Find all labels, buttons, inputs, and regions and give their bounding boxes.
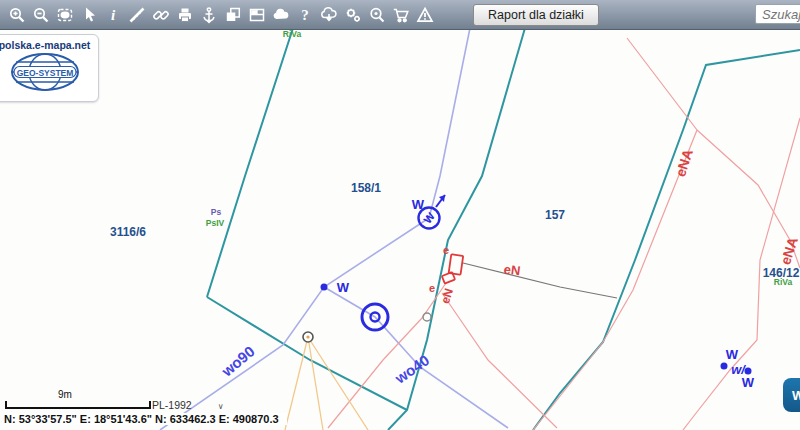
download-cloud-icon[interactable] [320,5,338,24]
zoom-out-icon[interactable] [32,5,50,24]
crs-label: PL-1992 [152,399,192,411]
cloud-icon[interactable] [272,5,290,24]
svg-text:?: ? [301,7,309,23]
print-icon[interactable] [176,5,194,24]
landuse-label-ps: Ps [211,207,221,217]
guy-wires [285,337,368,430]
power-label-en2: eN [503,262,521,279]
search-details-icon[interactable] [368,5,386,24]
water-point-label-w1: W [337,280,349,295]
site-logo[interactable]: polska.e-mapa.net GEO-SYSTEM [0,34,99,102]
power-cabinet-symbols [442,254,463,283]
power-label-e2: e [429,282,435,294]
chevron-down-icon: ∨ [218,402,224,411]
parcel-label-157: 157 [545,208,565,222]
copy-icon[interactable] [224,5,242,24]
search-input[interactable] [755,4,800,24]
power-label-e1: e [443,244,449,256]
geo-system-globe-icon: GEO-SYSTEM [6,51,84,93]
power-label-en1: eN [438,287,456,306]
landuse-label-riva-right: RiVa [774,277,792,287]
help-icon[interactable]: ? [296,5,314,24]
landuse-label-riva-top: RiVa [283,29,301,39]
layout-icon[interactable] [248,5,266,24]
palette-icon[interactable] [440,5,458,24]
water-lines [160,28,508,430]
logo-brand-text: GEO-SYSTEM [16,68,73,78]
water-point-label-w2: W [412,197,424,212]
main-toolbar: i ? Raport dla działki [0,0,800,30]
parcel-label-146-12: 146/12 [763,266,800,280]
logo-domain-text: polska.e-mapa.net [0,39,98,51]
power-lines [328,38,800,430]
select-area-icon[interactable] [56,5,74,24]
coordinates-readout: N: 53°33'57.5" E: 18°51'43.6" N: 633462.… [4,413,287,425]
power-label-ena2: eNA [777,235,800,267]
parcel-boundary-lines [207,28,800,430]
pole-symbol [303,313,431,342]
pointer-icon[interactable] [80,5,98,24]
parcel-label-3116-6: 3116/6 [110,225,146,239]
scalebar [5,401,151,409]
power-label-ena1: eNA [672,147,696,179]
map-canvas[interactable]: W 3116/6 158/1 157 146/12 RiVa Ps PsIV R… [0,0,800,430]
water-pipe-label-wo90: wo90 [218,342,258,379]
info-icon[interactable]: i [104,5,122,24]
water-point-label-w5: W [742,375,754,390]
water-symbols: W [321,195,752,375]
service-line [463,263,617,298]
water-point-label-w3: W [726,347,738,362]
action-button[interactable]: W [783,378,800,412]
settings-gears-icon[interactable] [344,5,362,24]
link-icon[interactable] [152,5,170,24]
water-pipe-label-wo40: wo40 [392,351,432,386]
measure-icon[interactable] [128,5,146,24]
zoom-in-icon[interactable] [8,5,26,24]
anchor-icon[interactable] [200,5,218,24]
map-lines-layer: W [0,0,800,430]
water-point-label-w4: w/ [731,362,745,377]
svg-text:W: W [421,210,437,226]
cart-icon[interactable] [392,5,410,24]
landuse-label-psiv: PsIV [206,218,224,228]
scalebar-label: 9m [58,389,72,400]
parcel-label-158-1: 158/1 [351,181,381,195]
report-for-parcel-button[interactable]: Raport dla działki [473,4,599,26]
crs-selector[interactable]: PL-1992∨ [152,399,224,411]
warning-icon[interactable] [416,5,434,24]
svg-text:i: i [111,7,116,23]
